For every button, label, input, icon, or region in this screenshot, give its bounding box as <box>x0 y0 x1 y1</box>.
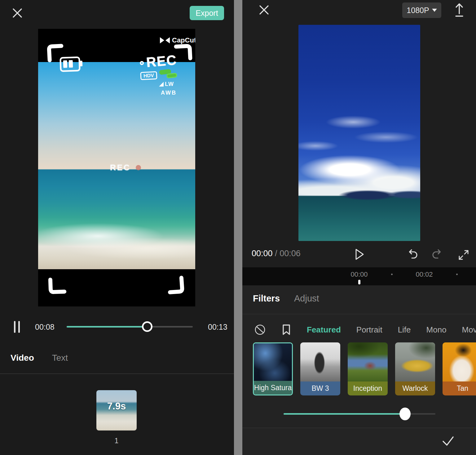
category-portrait[interactable]: Portrait <box>356 325 382 335</box>
rec-recording-indicator: REC <box>110 163 141 172</box>
lw-indicator: LW <box>159 81 174 87</box>
play-button[interactable] <box>354 248 365 261</box>
chevron-down-icon <box>432 9 437 12</box>
filter-thumbnail <box>395 342 435 381</box>
intensity-slider-fill <box>284 413 405 415</box>
pause-button[interactable] <box>14 321 22 333</box>
capcut-watermark: CapCut <box>160 36 195 44</box>
playback-slider[interactable] <box>67 326 193 328</box>
brand-label: CapCut <box>172 36 195 44</box>
viewfinder-corner-icon <box>165 275 186 296</box>
filter-category-row: FeaturedPortraitLifeMonoMov <box>254 322 476 337</box>
hdv-badge: HDV <box>140 71 157 80</box>
panel-tabs: FiltersAdjust <box>253 293 319 304</box>
tab-video[interactable]: Video <box>11 353 34 363</box>
category-life[interactable]: Life <box>398 325 411 335</box>
timeline-tick-label: 00:00 <box>350 270 368 279</box>
resolution-value: 1080P <box>407 6 429 15</box>
filter-card-warlock[interactable]: Warlock <box>395 342 435 395</box>
playhead-marker[interactable] <box>358 280 360 284</box>
media-tabs: VideoText <box>11 353 68 363</box>
playback-slider-knob[interactable] <box>142 321 152 332</box>
clip-duration-label: 7.9s <box>96 401 137 412</box>
viewfinder-corner-icon <box>47 275 67 295</box>
filter-name-label: Inception <box>348 381 388 395</box>
video-preview-left[interactable]: CapCut REC HDV LW AWB REC <box>38 29 195 306</box>
section-divider <box>0 373 234 374</box>
filter-card-high-satura[interactable]: High Satura <box>253 342 293 395</box>
lw-triangle-icon <box>159 82 164 87</box>
fullscreen-icon[interactable] <box>457 249 470 261</box>
timeline-tick-dot <box>456 274 458 275</box>
confirm-check-icon[interactable] <box>440 433 456 449</box>
tab-text[interactable]: Text <box>52 353 68 363</box>
timeline-ruler[interactable]: 00:0000:02 <box>242 267 476 285</box>
intensity-slider-knob[interactable] <box>399 408 411 420</box>
battery-icon <box>60 56 81 72</box>
filter-name-label: High Satura <box>254 381 292 395</box>
filter-thumbnail <box>443 342 476 381</box>
total-time: 00:06 <box>280 249 301 258</box>
filter-card-bw-3[interactable]: BW 3 <box>300 342 340 395</box>
total-time: 00:13 <box>208 323 227 332</box>
filter-name-label: BW 3 <box>300 381 340 395</box>
category-mov[interactable]: Mov <box>462 325 476 335</box>
rec-ring-icon <box>140 61 144 65</box>
filter-thumbnail <box>254 343 292 381</box>
filter-name-label: Warlock <box>395 381 435 395</box>
screens-divider <box>234 0 242 455</box>
close-icon[interactable] <box>258 4 270 16</box>
timeline-tick-dot <box>391 274 393 275</box>
export-button[interactable]: Export <box>190 6 224 20</box>
editor-screen-right: 1080P 00:00 / 00:06 00:0000:0 <box>242 0 476 455</box>
rec-dot-icon <box>136 165 141 170</box>
filter-cards-row: High SaturaBW 3InceptionWarlockTan <box>253 342 476 396</box>
category-labels: FeaturedPortraitLifeMonoMov <box>307 325 476 335</box>
filter-card-tan[interactable]: Tan <box>443 342 476 395</box>
undo-icon[interactable] <box>406 249 418 261</box>
time-separator: / <box>275 249 277 258</box>
elapsed-time: 00:08 <box>35 323 55 332</box>
timeline-tick-label: 00:02 <box>416 270 433 279</box>
no-filter-icon[interactable] <box>254 324 266 336</box>
rec-stamp-label: REC <box>146 52 178 70</box>
rec-center-label: REC <box>110 163 131 172</box>
filter-name-label: Tan <box>443 381 476 395</box>
editor-screen-left: Export CapCut REC HDV LW AWB REC <box>0 0 234 455</box>
tab-filters[interactable]: Filters <box>253 293 280 304</box>
redo-icon[interactable] <box>431 249 444 261</box>
tab-adjust[interactable]: Adjust <box>294 293 319 304</box>
lw-label: LW <box>165 81 174 87</box>
video-preview-right[interactable] <box>298 25 420 241</box>
capcut-logo-icon <box>160 37 170 44</box>
close-icon[interactable] <box>11 7 24 19</box>
elapsed-time: 00:00 <box>252 249 273 258</box>
clip-index-label: 1 <box>96 437 137 445</box>
confirm-bar <box>242 428 476 455</box>
resolution-dropdown[interactable]: 1080P <box>402 2 441 18</box>
category-featured[interactable]: Featured <box>307 325 341 335</box>
playback-slider-fill <box>67 326 147 328</box>
filter-card-inception[interactable]: Inception <box>348 342 388 395</box>
export-upload-icon[interactable] <box>452 2 466 18</box>
filters-panel: FiltersAdjust FeaturedPortraitLifeMonoMo… <box>242 285 476 428</box>
category-mono[interactable]: Mono <box>426 325 447 335</box>
rec-stamp-overlay: REC <box>139 52 178 71</box>
bookmark-icon[interactable] <box>281 324 291 336</box>
filter-thumbnail <box>348 342 388 381</box>
tape-icon <box>159 68 180 81</box>
panel-divider <box>242 314 476 314</box>
intensity-slider[interactable] <box>284 413 435 415</box>
filter-thumbnail <box>300 342 340 381</box>
timeline-clip[interactable]: 7.9s <box>96 390 137 430</box>
awb-indicator: AWB <box>161 90 177 96</box>
time-display: 00:00 / 00:06 <box>252 249 301 258</box>
